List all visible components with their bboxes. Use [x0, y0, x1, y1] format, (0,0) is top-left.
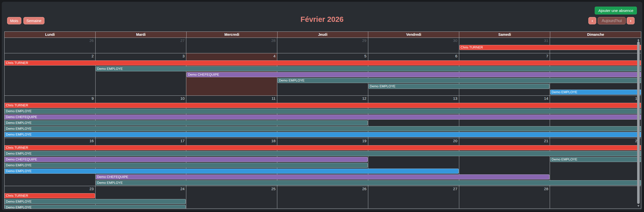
- absence-event[interactable]: Demo EMPLOYE: [5, 163, 368, 168]
- today-button[interactable]: Aujourd'hui: [598, 17, 626, 24]
- absence-event[interactable]: Chris TURNER: [5, 60, 641, 66]
- week-row-5: 2324252627281Chris TURNERDemo EMPLOYEDem…: [5, 186, 641, 208]
- weekday-header-jeudi: Jeudi: [278, 32, 369, 38]
- month-calendar: LundiMardiMercrediJeudiVendrediSamediDim…: [4, 31, 641, 209]
- absence-event[interactable]: Demo EMPLOYE: [5, 151, 641, 156]
- day-cell-26[interactable]: 26: [277, 186, 368, 208]
- day-number: 10: [180, 96, 185, 101]
- day-number: 5: [364, 54, 366, 58]
- absence-event[interactable]: Chris TURNER: [5, 103, 641, 108]
- absence-event[interactable]: Demo EMPLOYE: [5, 199, 186, 204]
- weekday-header-lundi: Lundi: [5, 32, 96, 38]
- day-number: 16: [89, 139, 94, 143]
- add-absence-button[interactable]: Ajouter une absence: [595, 7, 637, 14]
- day-cell-27[interactable]: 27: [368, 186, 459, 208]
- chevron-right-icon: ›: [630, 18, 632, 23]
- day-cell-28[interactable]: 28: [459, 186, 550, 208]
- page-title: Février 2026: [2, 15, 642, 24]
- day-number: 3: [182, 54, 185, 58]
- day-cell-26[interactable]: 26: [5, 38, 96, 53]
- day-number: 19: [362, 139, 366, 143]
- weekday-header-vendredi: Vendredi: [368, 32, 459, 38]
- day-number: 13: [453, 96, 457, 101]
- day-number: 21: [544, 139, 548, 143]
- weekday-header-mercredi: Mercredi: [187, 32, 278, 38]
- next-month-button[interactable]: ›: [627, 17, 635, 24]
- day-number: 27: [453, 187, 457, 191]
- absence-event[interactable]: Demo CHEFEQUIPE: [5, 115, 641, 120]
- day-number: 29: [362, 38, 366, 43]
- day-cell-30[interactable]: 30: [368, 38, 459, 53]
- day-number: 23: [89, 187, 94, 191]
- day-number: 31: [544, 38, 548, 43]
- absence-event[interactable]: Demo EMPLOYE: [550, 90, 641, 95]
- weekday-header-row: LundiMardiMercrediJeudiVendrediSamediDim…: [5, 32, 641, 38]
- absence-event[interactable]: Demo EMPLOYE: [5, 169, 459, 174]
- prev-month-button[interactable]: ‹: [588, 17, 596, 24]
- absence-event[interactable]: Demo EMPLOYE: [96, 180, 641, 185]
- day-number: 27: [180, 38, 185, 43]
- day-number: 12: [362, 96, 366, 101]
- day-number: 7: [546, 54, 548, 58]
- week-row-2: 2345678Chris TURNERDemo EMPLOYEDemo CHEF…: [5, 53, 641, 96]
- week-row-4: 16171819202122Chris TURNERDemo EMPLOYEDe…: [5, 138, 641, 186]
- day-number: 17: [180, 139, 185, 143]
- day-number: 11: [272, 96, 276, 101]
- day-cell-27[interactable]: 27: [96, 38, 187, 53]
- day-number: 24: [180, 187, 185, 191]
- week-row-3: 9101112131415Chris TURNERDemo EMPLOYEDem…: [5, 96, 641, 138]
- absence-event[interactable]: Demo EMPLOYE: [5, 126, 641, 131]
- day-cell-1[interactable]: 1: [550, 186, 641, 208]
- day-number: 30: [453, 38, 457, 43]
- absence-event[interactable]: Demo EMPLOYE: [5, 109, 641, 114]
- day-cell-28[interactable]: 28: [186, 38, 277, 53]
- day-number: 26: [362, 187, 366, 191]
- absence-event[interactable]: Demo EMPLOYE: [369, 84, 549, 89]
- day-number: 20: [453, 139, 457, 143]
- day-number: 4: [273, 54, 275, 58]
- absence-event[interactable]: Chris TURNER: [5, 145, 641, 150]
- absence-event[interactable]: Demo CHEFEQUIPE: [187, 72, 641, 77]
- day-cell-25[interactable]: 25: [186, 186, 277, 208]
- day-cell-3[interactable]: 3: [96, 53, 187, 95]
- absence-event[interactable]: Demo EMPLOYE: [96, 66, 641, 71]
- absence-event[interactable]: Demo EMPLOYE: [5, 205, 186, 208]
- scroll-down-icon[interactable]: [637, 205, 639, 207]
- day-number: 25: [271, 187, 275, 191]
- weekday-header-dimanche: Dimanche: [550, 32, 641, 38]
- absence-event[interactable]: Demo CHEFEQUIPE: [96, 174, 550, 180]
- day-number: 2: [91, 54, 94, 58]
- day-number: 14: [544, 96, 548, 101]
- scrollbar-thumb[interactable]: [637, 42, 640, 204]
- absence-event[interactable]: Demo EMPLOYE: [550, 157, 641, 162]
- absence-event[interactable]: Demo CHEFEQUIPE: [5, 157, 368, 162]
- day-number: 26: [89, 38, 94, 43]
- day-number: 9: [91, 96, 94, 101]
- day-number: 28: [271, 38, 275, 43]
- absence-event[interactable]: Chris TURNER: [459, 45, 641, 50]
- week-row-1: 2627282930311Chris TURNER: [5, 38, 641, 53]
- absence-event[interactable]: Chris TURNER: [5, 193, 95, 198]
- absence-event[interactable]: Demo EMPLOYE: [278, 78, 641, 83]
- weekday-header-samedi: Samedi: [459, 32, 550, 38]
- day-number: 18: [271, 139, 275, 143]
- calendar-body: 2627282930311Chris TURNER2345678Chris TU…: [5, 38, 641, 208]
- day-number: 6: [455, 54, 457, 58]
- absence-calendar-panel: Mois Semaine Février 2026 Ajouter une ab…: [2, 2, 642, 210]
- scroll-up-icon[interactable]: [637, 39, 639, 41]
- day-cell-29[interactable]: 29: [277, 38, 368, 53]
- day-number: 28: [544, 187, 548, 191]
- day-cell-2[interactable]: 2: [5, 53, 96, 95]
- absence-event[interactable]: Demo EMPLOYE: [5, 132, 641, 137]
- weekday-header-mardi: Mardi: [96, 32, 187, 38]
- absence-event[interactable]: Demo EMPLOYE: [5, 120, 368, 125]
- vertical-scrollbar[interactable]: [637, 38, 640, 207]
- chevron-left-icon: ‹: [592, 18, 593, 23]
